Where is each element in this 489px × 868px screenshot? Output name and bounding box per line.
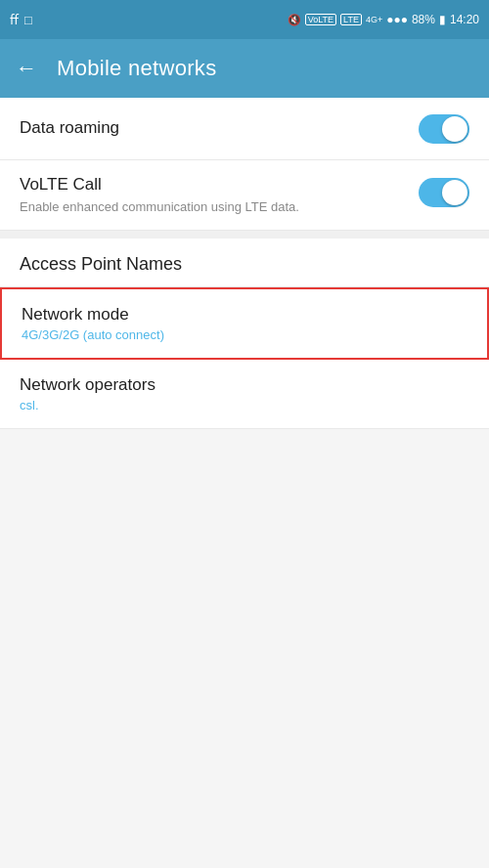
notification-icon: □ bbox=[24, 13, 32, 27]
battery-icon: ▮ bbox=[439, 13, 446, 26]
network-operators-label: Network operators bbox=[20, 375, 469, 395]
bottom-area bbox=[0, 429, 489, 868]
data-roaming-item[interactable]: Data roaming bbox=[0, 98, 489, 160]
access-point-names-label: Access Point Names bbox=[20, 254, 469, 275]
status-bar-right: 🔇 VoLTE LTE 4G+ ●●● 88% ▮ 14:20 bbox=[288, 13, 479, 26]
data-roaming-label: Data roaming bbox=[20, 117, 419, 139]
section-divider bbox=[0, 231, 489, 239]
volte-call-label: VoLTE Call bbox=[20, 174, 419, 195]
network-mode-label: Network mode bbox=[22, 305, 467, 325]
lte-label: LTE bbox=[340, 14, 362, 25]
volte-label: VoLTE bbox=[305, 14, 336, 25]
settings-list: Data roaming VoLTE Call Enable enhanced … bbox=[0, 98, 489, 429]
time-display: 14:20 bbox=[450, 13, 479, 26]
back-button[interactable]: ← bbox=[16, 56, 37, 81]
4g-label: 4G+ bbox=[366, 15, 382, 24]
volte-call-desc: Enable enhanced communication using LTE … bbox=[20, 198, 362, 216]
facebook-icon: ﬀ bbox=[10, 13, 19, 27]
network-operators-value: csl. bbox=[20, 398, 469, 412]
network-operators-item[interactable]: Network operators csl. bbox=[0, 360, 489, 429]
page-title: Mobile networks bbox=[57, 56, 216, 81]
network-mode-item[interactable]: Network mode 4G/3G/2G (auto connect) bbox=[0, 287, 489, 360]
signal-icon: ●●● bbox=[386, 13, 408, 26]
network-mode-value: 4G/3G/2G (auto connect) bbox=[22, 327, 467, 342]
battery-text: 88% bbox=[412, 13, 435, 26]
status-bar-left: ﬀ □ bbox=[10, 13, 32, 27]
volte-call-item[interactable]: VoLTE Call Enable enhanced communication… bbox=[0, 160, 489, 231]
data-roaming-toggle[interactable] bbox=[419, 114, 469, 144]
mute-icon: 🔇 bbox=[288, 14, 301, 26]
status-bar: ﬀ □ 🔇 VoLTE LTE 4G+ ●●● 88% ▮ 14:20 bbox=[0, 0, 489, 39]
header: ← Mobile networks bbox=[0, 39, 489, 98]
volte-call-toggle[interactable] bbox=[419, 178, 469, 207]
access-point-names-item[interactable]: Access Point Names bbox=[0, 239, 489, 287]
